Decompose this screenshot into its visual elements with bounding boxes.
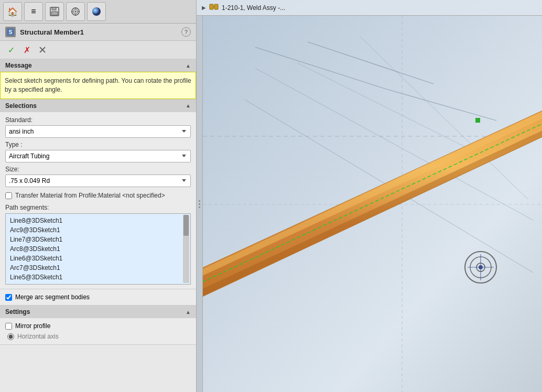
horizontal-axis-radio[interactable]	[7, 333, 14, 340]
mirror-profile-row: Mirror profile	[5, 322, 191, 330]
svg-rect-33	[475, 118, 480, 123]
3d-scene	[203, 16, 542, 392]
sphere-icon	[91, 6, 102, 17]
message-section-title: Message	[5, 62, 32, 69]
cancel-button[interactable]: ✗	[21, 44, 32, 56]
message-section: Message ▲ Select sketch segments for def…	[0, 59, 196, 100]
path-segments-list[interactable]: Line8@3DSketch1Arc9@3DSketch1Line7@3DSke…	[5, 213, 191, 285]
svg-text:S: S	[9, 29, 13, 35]
transfer-material-label: Transfer Material from Profile:Material …	[15, 191, 165, 200]
selections-section-header[interactable]: Selections ▲	[0, 100, 196, 112]
path-item[interactable]: Arc9@3DSketch1	[8, 225, 181, 235]
selections-body: Standard: ansi inch ansi metric iso din …	[0, 112, 196, 289]
selections-section-title: Selections	[5, 102, 37, 110]
panel-header: S Structural Member1 ?	[0, 24, 196, 41]
transfer-material-row: Transfer Material from Profile:Material …	[5, 191, 191, 200]
standard-dropdown[interactable]: ansi inch ansi metric iso din	[5, 125, 191, 138]
divider-handle	[199, 200, 200, 208]
pin-button[interactable]	[37, 44, 48, 56]
path-list-scrollbar[interactable]	[183, 215, 189, 283]
type-dropdown[interactable]: Aircraft Tubing Pipe Angle Iron	[5, 150, 191, 162]
path-item[interactable]: Arc7@3DSketch1	[8, 263, 181, 273]
pin-icon	[39, 46, 46, 53]
horizontal-axis-label: Horizontal axis	[17, 333, 59, 340]
divider-dot	[199, 203, 200, 205]
svg-rect-2	[51, 12, 58, 15]
panel-divider[interactable]	[197, 16, 203, 392]
settings-section: Settings ▲ Mirror profile Horizontal axi…	[0, 306, 196, 345]
tree-assembly-icon	[209, 2, 219, 14]
divider-dot	[199, 200, 200, 202]
divider-dot	[199, 206, 200, 208]
svg-rect-1	[52, 7, 56, 10]
confirm-button[interactable]: ✓	[5, 44, 17, 56]
panel-title: Structural Member1	[20, 28, 84, 36]
svg-point-5	[75, 11, 77, 13]
transfer-material-checkbox[interactable]	[5, 192, 12, 199]
tree-label: 1-210-1, Weld Assy -...	[222, 4, 285, 12]
path-item[interactable]: Line6@3DSketch1	[8, 254, 181, 263]
path-segments-label: Path segments:	[5, 204, 191, 211]
message-section-header[interactable]: Message ▲	[0, 59, 196, 72]
settings-section-title: Settings	[5, 308, 30, 315]
type-label: Type :	[5, 141, 191, 148]
message-collapse-icon[interactable]: ▲	[186, 63, 191, 69]
merge-row: Merge arc segment bodies	[0, 289, 196, 306]
settings-collapse-icon[interactable]: ▲	[186, 309, 191, 315]
settings-section-header[interactable]: Settings ▲	[0, 306, 196, 318]
merge-checkbox[interactable]	[5, 294, 12, 301]
help-button[interactable]: ?	[181, 27, 191, 37]
message-text: Select sketch segments for defining path…	[0, 72, 196, 99]
merge-label: Merge arc segment bodies	[15, 293, 90, 301]
tree-header: ▶ 1-210-1, Weld Assy -...	[197, 0, 542, 16]
mirror-profile-label: Mirror profile	[15, 322, 50, 330]
horizontal-axis-row: Horizontal axis	[5, 333, 191, 340]
path-item[interactable]: Arc8@3DSketch1	[8, 244, 181, 254]
size-label: Size:	[5, 166, 191, 173]
structural-member-icon: S	[5, 27, 16, 37]
path-item[interactable]: Line8@3DSketch1	[8, 216, 181, 225]
tree-expand-icon[interactable]: ▶	[202, 5, 206, 10]
selections-section: Selections ▲ Standard: ansi inch ansi me…	[0, 100, 196, 290]
action-buttons: ✓ ✗	[0, 41, 196, 59]
size-dropdown[interactable]: .75 x 0.049 Rd .75 x 0.065 Rd 1.00 x 0.0…	[5, 175, 191, 187]
path-item[interactable]: Line5@3DSketch1	[8, 273, 181, 282]
svg-point-10	[92, 7, 101, 16]
home-button[interactable]: 🏠	[3, 2, 22, 21]
weld-assy-icon	[209, 2, 219, 12]
standard-label: Standard:	[5, 116, 191, 124]
panel-content[interactable]: Message ▲ Select sketch segments for def…	[0, 59, 196, 392]
svg-rect-15	[210, 4, 213, 9]
target-button[interactable]	[66, 2, 85, 21]
settings-body: Mirror profile Horizontal axis	[0, 318, 196, 344]
scrollbar-thumb	[183, 215, 189, 236]
left-panel: 🏠 ≡	[0, 0, 197, 392]
save-icon	[49, 6, 60, 17]
save-button[interactable]	[45, 2, 64, 21]
target-icon	[70, 6, 81, 17]
properties-button[interactable]: ≡	[24, 2, 43, 21]
scene-background	[203, 16, 542, 392]
sphere-button[interactable]	[87, 2, 106, 21]
viewport: ▶ 1-210-1, Weld Assy -...	[197, 0, 542, 392]
panel-header-left: S Structural Member1	[5, 27, 84, 37]
svg-rect-16	[214, 4, 218, 9]
path-item[interactable]: Line7@3DSketch1	[8, 235, 181, 244]
mirror-profile-checkbox[interactable]	[5, 323, 12, 330]
selections-collapse-icon[interactable]: ▲	[186, 103, 191, 108]
toolbar: 🏠 ≡	[0, 0, 196, 24]
